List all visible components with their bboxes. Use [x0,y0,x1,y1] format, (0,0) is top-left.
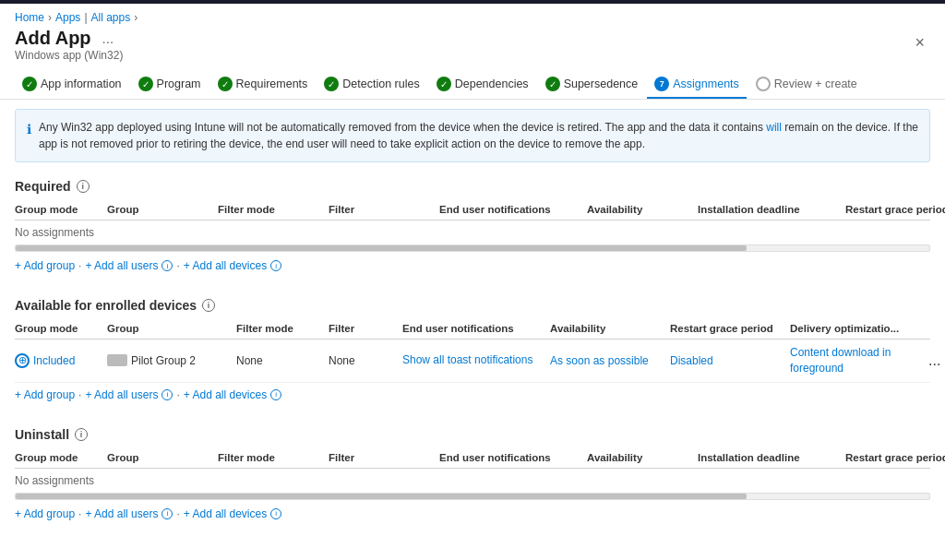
step-label-assignments: Assignments [673,77,739,90]
required-users-info[interactable]: i [161,260,173,271]
col-group: Group [107,204,218,215]
uninstall-scrollbar[interactable] [15,493,930,500]
step-assignments[interactable]: 7 Assignments [647,71,747,99]
required-table-header: Group mode Group Filter mode Filter End … [15,199,930,220]
required-add-all-devices[interactable]: + Add all devices [184,259,267,272]
ellipsis-button[interactable]: ... [99,30,118,46]
step-label-app-info: App information [41,77,122,90]
required-no-assignments: No assignments [15,220,930,244]
info-text: Any Win32 app deployed using Intune will… [39,119,918,152]
included-circle: ⊕ [15,353,30,368]
enrolled-devices-info[interactable]: i [270,389,281,400]
available-enrolled-section: Available for enrolled devices i Group m… [15,291,930,409]
col-filter-mode: Filter mode [218,204,329,215]
check-icon-program: ✓ [138,77,153,91]
required-title: Required i [15,172,930,199]
breadcrumb-sep1: › [48,11,52,24]
required-add-group[interactable]: + Add group [15,259,75,272]
uninstall-section: Uninstall i Group mode Group Filter mode… [15,420,930,524]
required-add-links: + Add group · + Add all users i · + Add … [15,256,930,280]
enrolled-users-info[interactable]: i [161,389,173,400]
step-requirements[interactable]: ✓ Requirements [210,71,316,99]
col-filter: Filter [329,204,439,215]
available-enrolled-title: Available for enrolled devices i [15,291,930,318]
step-program[interactable]: ✓ Program [131,71,209,99]
breadcrumb-all-apps[interactable]: All apps [91,11,131,24]
breadcrumb: Home › Apps | All apps › [0,4,945,26]
num-icon-assignments: 7 [654,77,669,91]
row-delivery-opt[interactable]: Content download in foreground [790,345,928,376]
uninstall-add-all-devices[interactable]: + Add all devices [184,507,267,520]
row-group: Pilot Group 2 [107,354,236,367]
uninstall-add-all-users[interactable]: + Add all users [85,507,158,520]
breadcrumb-sep2: | [84,11,87,24]
close-button[interactable]: × [909,31,930,54]
step-label-requirements: Requirements [236,77,308,90]
enrolled-add-all-users[interactable]: + Add all users [85,388,158,401]
check-icon-detection: ✓ [324,77,339,91]
uninstall-table-header: Group mode Group Filter mode Filter End … [15,447,930,469]
enrolled-add-links: + Add group · + Add all users i · + Add … [15,383,930,409]
step-label-dependencies: Dependencies [455,77,529,90]
required-devices-info[interactable]: i [270,260,281,271]
enrolled-table-row: ⊕ Included Pilot Group 2 None None Show … [15,340,930,383]
col-install-deadline: Installation deadline [698,204,845,215]
circle-icon-review [756,77,771,91]
wizard-nav: ✓ App information ✓ Program ✓ Requiremen… [0,67,945,100]
uninstall-devices-info[interactable]: i [270,508,281,519]
col-group-mode: Group mode [15,204,107,215]
breadcrumb-home[interactable]: Home [15,11,44,24]
required-add-all-users[interactable]: + Add all users [85,259,158,272]
breadcrumb-sep3: › [134,11,138,24]
step-label-program: Program [157,77,201,90]
check-icon-requirements: ✓ [218,77,233,91]
check-icon-app-info: ✓ [22,77,37,91]
enrolled-table-header: Group mode Group Filter mode Filter End … [15,318,930,340]
row-end-user-notif[interactable]: Show all toast notifications [402,352,550,368]
required-info-icon[interactable]: i [77,180,90,193]
step-detection-rules[interactable]: ✓ Detection rules [317,71,426,99]
uninstall-no-assignments: No assignments [15,469,930,493]
page-header: Add App ... Windows app (Win32) × [0,26,945,67]
step-dependencies[interactable]: ✓ Dependencies [429,71,536,99]
col-availability: Availability [587,204,698,215]
uninstall-info-icon[interactable]: i [75,428,88,441]
uninstall-add-group[interactable]: + Add group [15,507,75,520]
step-label-review: Review + create [774,77,857,90]
enrolled-add-all-devices[interactable]: + Add all devices [184,388,267,401]
check-icon-supersedence: ✓ [545,77,560,91]
enrolled-info-icon[interactable]: i [202,299,215,312]
row-more[interactable]: ... [928,352,945,369]
row-availability[interactable]: As soon as possible [550,354,670,367]
col-restart-grace: Restart grace period [845,204,945,215]
row-restart-grace[interactable]: Disabled [670,354,790,367]
breadcrumb-apps[interactable]: Apps [55,11,80,24]
step-review-create[interactable]: Review + create [748,71,865,99]
info-icon: ℹ [27,120,31,152]
enrolled-add-group[interactable]: + Add group [15,388,75,401]
info-banner: ℹ Any Win32 app deployed using Intune wi… [15,109,930,162]
content-area: ℹ Any Win32 app deployed using Intune wi… [0,100,945,524]
step-supersedence[interactable]: ✓ Supersedence [538,71,646,99]
row-filter: None [329,354,402,367]
step-label-supersedence: Supersedence [564,77,639,90]
uninstall-add-links: + Add group · + Add all users i · + Add … [15,504,930,524]
row-group-mode[interactable]: ⊕ Included [15,353,107,368]
uninstall-users-info[interactable]: i [161,508,173,519]
page-title: Add App [15,28,91,49]
page-subtitle: Windows app (Win32) [15,49,123,62]
row-filter-mode: None [236,354,329,367]
uninstall-title: Uninstall i [15,420,930,447]
step-app-information[interactable]: ✓ App information [15,71,129,99]
col-end-user-notif: End user notifications [439,204,587,215]
required-scrollbar[interactable] [15,244,930,252]
check-icon-dependencies: ✓ [437,77,451,91]
step-label-detection: Detection rules [342,77,419,90]
required-section: Required i Group mode Group Filter mode … [15,172,930,280]
